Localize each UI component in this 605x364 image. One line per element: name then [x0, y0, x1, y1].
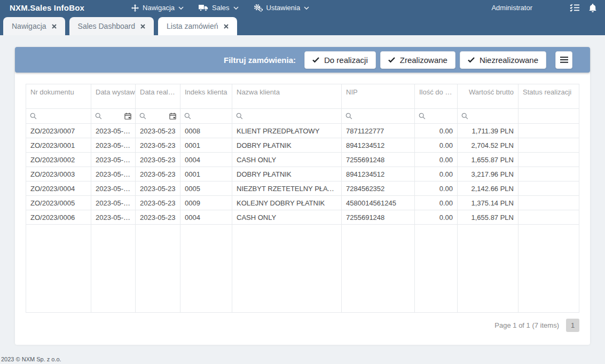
- table-cell[interactable]: 0.00: [415, 210, 458, 225]
- filter-data-wystawienia[interactable]: [91, 109, 136, 124]
- column-header-data-realizacji[interactable]: Data realizacji: [136, 84, 180, 109]
- column-header-status-realizacji[interactable]: Status realizacji: [518, 84, 579, 109]
- tab-nawigacja[interactable]: Nawigacja: [3, 17, 65, 35]
- table-cell[interactable]: 0005: [180, 181, 232, 196]
- column-header-nazwa-klienta[interactable]: Nazwa klienta: [232, 84, 342, 109]
- table-cell[interactable]: KLIENT PRZEDPŁATOWY: [232, 124, 342, 138]
- table-cell[interactable]: 0008: [180, 124, 232, 138]
- table-cell[interactable]: DOBRY PŁATNIK: [232, 167, 342, 181]
- table-cell[interactable]: 0.00: [415, 181, 458, 196]
- filter-nr-dokumentu[interactable]: [26, 109, 91, 124]
- table-cell[interactable]: 0004: [180, 210, 232, 225]
- table-cell[interactable]: 2023-05-23: [136, 210, 180, 225]
- table-cell[interactable]: 0001: [180, 167, 232, 181]
- table-cell[interactable]: 2023-05-23: [136, 196, 180, 210]
- table-cell[interactable]: [518, 167, 579, 181]
- tab-lista-zamowien[interactable]: Lista zamówień: [158, 17, 237, 35]
- table-cell[interactable]: 2023-05-23: [91, 181, 136, 196]
- table-cell[interactable]: 0.00: [415, 153, 458, 167]
- table-cell[interactable]: 0.00: [415, 138, 458, 153]
- filter-niezrealizowane-button[interactable]: Niezrealizowane: [460, 51, 546, 69]
- table-cell[interactable]: 2023-05-23: [91, 210, 136, 225]
- table-cell[interactable]: KOLEJNY DOBRY PŁATNIK: [232, 196, 342, 210]
- filter-do-realizacji-button[interactable]: Do realizacji: [304, 51, 376, 69]
- column-header-nip[interactable]: NIP: [342, 84, 415, 109]
- table-cell[interactable]: 0009: [180, 196, 232, 210]
- table-cell[interactable]: 2023-05-23: [91, 167, 136, 181]
- table-cell[interactable]: 1,711.39 PLN: [458, 124, 518, 138]
- menu-nawigacja[interactable]: Nawigacja: [131, 4, 184, 12]
- table-cell[interactable]: [518, 153, 579, 167]
- table-cell[interactable]: 2023-05-23: [91, 124, 136, 138]
- menu-sales[interactable]: Sales: [199, 4, 239, 12]
- table-cell[interactable]: 2023-05-23: [91, 196, 136, 210]
- table-cell[interactable]: ZO/2023/0005: [26, 196, 91, 210]
- table-cell[interactable]: 1,375.14 PLN: [458, 196, 518, 210]
- table-cell[interactable]: CASH ONLY: [232, 210, 342, 225]
- menu-ustawienia[interactable]: Ustawienia: [254, 4, 310, 12]
- filter-data-realizacji[interactable]: [136, 109, 180, 124]
- table-cell[interactable]: 0004: [180, 153, 232, 167]
- table-cell[interactable]: 2023-05-23: [136, 181, 180, 196]
- filter-nip[interactable]: [342, 109, 415, 124]
- filter-nazwa-klienta[interactable]: [232, 109, 342, 124]
- column-header-nr-dokumentu[interactable]: Nr dokumentu: [26, 84, 91, 109]
- table-row[interactable]: ZO/2023/00072023-05-232023-05-230008KLIE…: [26, 124, 579, 138]
- table-cell[interactable]: 8941234512: [342, 167, 415, 181]
- table-cell[interactable]: 7284562352: [342, 181, 415, 196]
- table-cell[interactable]: 8941234512: [342, 138, 415, 153]
- bell-icon[interactable]: [586, 1, 600, 15]
- filter-wartosc-brutto[interactable]: [458, 109, 518, 124]
- table-cell[interactable]: ZO/2023/0003: [26, 167, 91, 181]
- table-cell[interactable]: 1,655.87 PLN: [458, 153, 518, 167]
- table-cell[interactable]: 0001: [180, 138, 232, 153]
- close-icon[interactable]: [140, 24, 145, 29]
- table-cell[interactable]: [518, 138, 579, 153]
- table-cell[interactable]: 0.00: [415, 196, 458, 210]
- table-cell[interactable]: ZO/2023/0006: [26, 210, 91, 225]
- table-cell[interactable]: 2023-05-23: [136, 153, 180, 167]
- table-cell[interactable]: DOBRY PŁATNIK: [232, 138, 342, 153]
- table-cell[interactable]: 0.00: [415, 124, 458, 138]
- table-row[interactable]: ZO/2023/00042023-05-232023-05-230005NIEZ…: [26, 181, 579, 196]
- table-cell[interactable]: 4580014561245: [342, 196, 415, 210]
- table-cell[interactable]: [518, 210, 579, 225]
- table-cell[interactable]: 2023-05-23: [136, 138, 180, 153]
- column-header-indeks-klienta[interactable]: Indeks klienta: [180, 84, 232, 109]
- calendar-icon[interactable]: [169, 113, 176, 120]
- table-cell[interactable]: 0.00: [415, 167, 458, 181]
- column-header-ilosc-do-realizacji[interactable]: Ilość do realizacji: [415, 84, 458, 109]
- table-cell[interactable]: 2023-05-23: [91, 138, 136, 153]
- table-row[interactable]: ZO/2023/00052023-05-232023-05-230009KOLE…: [26, 196, 579, 210]
- table-cell[interactable]: ZO/2023/0007: [26, 124, 91, 138]
- close-icon[interactable]: [224, 24, 229, 29]
- table-row[interactable]: ZO/2023/00022023-05-232023-05-230004CASH…: [26, 153, 579, 167]
- table-cell[interactable]: 7255691248: [342, 210, 415, 225]
- page-1-button[interactable]: 1: [566, 319, 579, 332]
- table-cell[interactable]: CASH ONLY: [232, 153, 342, 167]
- table-cell[interactable]: 2023-05-23: [136, 124, 180, 138]
- table-cell[interactable]: NIEZBYT RZETETELNY PŁATNIK: [232, 181, 342, 196]
- table-cell[interactable]: 7255691248: [342, 153, 415, 167]
- calendar-icon[interactable]: [124, 113, 131, 120]
- table-cell[interactable]: 2,704.52 PLN: [458, 138, 518, 153]
- table-row[interactable]: ZO/2023/00012023-05-232023-05-230001DOBR…: [26, 138, 579, 153]
- table-cell[interactable]: ZO/2023/0004: [26, 181, 91, 196]
- table-cell[interactable]: ZO/2023/0002: [26, 153, 91, 167]
- filter-zrealizowane-button[interactable]: Zrealizowane: [380, 51, 455, 69]
- table-cell[interactable]: [518, 196, 579, 210]
- filter-indeks-klienta[interactable]: [180, 109, 232, 124]
- hamburger-menu-button[interactable]: [555, 51, 572, 69]
- table-row[interactable]: ZO/2023/00062023-05-232023-05-230004CASH…: [26, 210, 579, 225]
- table-cell[interactable]: 2,142.66 PLN: [458, 181, 518, 196]
- table-cell[interactable]: 7871122777: [342, 124, 415, 138]
- checklist-icon[interactable]: [568, 1, 582, 15]
- table-cell[interactable]: 2023-05-23: [91, 153, 136, 167]
- table-cell[interactable]: [518, 124, 579, 138]
- column-header-data-wystawienia[interactable]: Data wystawi...: [91, 84, 136, 109]
- close-icon[interactable]: [52, 24, 57, 29]
- table-row[interactable]: ZO/2023/00032023-05-232023-05-230001DOBR…: [26, 167, 579, 181]
- tab-sales-dashboard[interactable]: Sales Dashboard: [69, 17, 154, 35]
- column-header-wartosc-brutto[interactable]: Wartość brutto: [458, 84, 518, 109]
- table-cell[interactable]: [518, 181, 579, 196]
